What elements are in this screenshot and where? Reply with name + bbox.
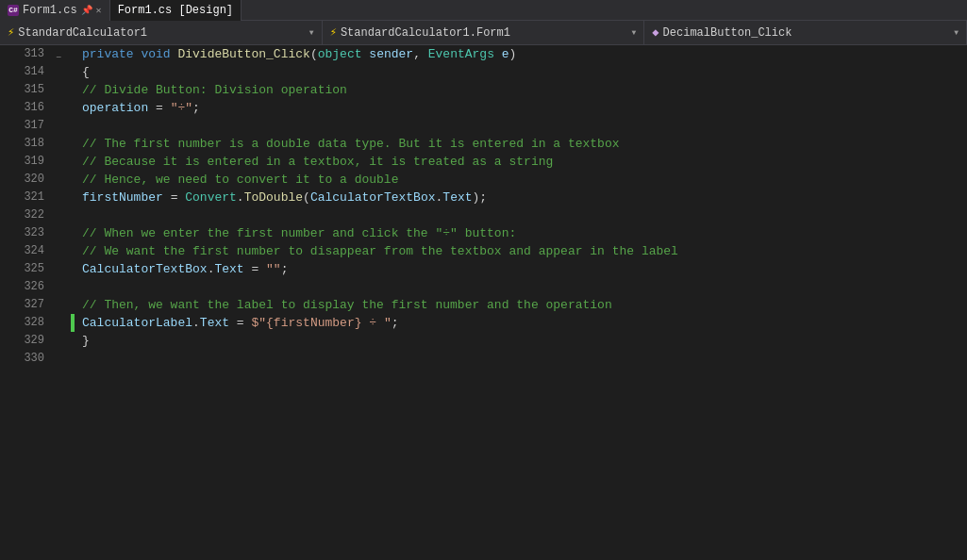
cs-icon: C#	[8, 5, 19, 16]
bookmark-row	[71, 153, 75, 171]
title-bar: C# Form1.cs 📌 ✕ Form1.cs [Design]	[0, 0, 967, 21]
line-number: 316	[0, 99, 44, 117]
member-dropdown-text: StandardCalculator1.Form1	[341, 26, 510, 40]
bookmark-row	[71, 81, 75, 99]
token-plain: (	[303, 190, 310, 205]
line-numbers: 3133143153163173183193203213223233243253…	[0, 45, 52, 560]
token-comment: // Because it is entered in a textbox, i…	[82, 155, 553, 169]
bookmark-row	[71, 242, 75, 260]
gutter-row	[52, 81, 71, 99]
gutter-row	[52, 332, 71, 350]
gutter-row	[52, 99, 71, 117]
token-plain: ;	[281, 262, 289, 276]
line-number: 319	[0, 153, 44, 171]
token-identifier: operation	[82, 101, 148, 115]
code-line: // Divide Button: Division operation	[82, 81, 967, 99]
class-dropdown[interactable]: ⚡ StandardCalculator1 ▼	[0, 21, 323, 45]
token-kw: private	[82, 47, 134, 61]
line-number: 314	[0, 63, 44, 81]
event-dropdown[interactable]: ◆ DecimalButton_Click ▼	[644, 21, 967, 45]
code-line	[82, 117, 967, 135]
token-identifier: CalculatorTextBox	[310, 190, 436, 205]
gutter-row	[52, 117, 71, 135]
line-number: 325	[0, 260, 44, 278]
code-line: // The first number is a double data typ…	[82, 135, 967, 153]
token-plain: .	[192, 316, 200, 330]
code-line: // Because it is entered in a textbox, i…	[82, 153, 967, 171]
code-line	[82, 278, 967, 296]
tab-label-form1-design: Form1.cs [Design]	[118, 4, 233, 17]
line-number: 328	[0, 314, 44, 332]
gutter-row	[52, 135, 71, 153]
token-method-call: ToDouble	[244, 190, 303, 205]
close-icon[interactable]: ✕	[96, 5, 102, 16]
gutter-row: −	[52, 45, 71, 63]
line-number: 321	[0, 189, 44, 206]
bookmark-row	[71, 332, 75, 350]
token-param-name: e	[502, 47, 509, 61]
token-string: ""	[266, 262, 281, 276]
line-number: 329	[0, 332, 44, 350]
line-number: 327	[0, 296, 44, 314]
bookmark-row	[71, 45, 75, 63]
bookmark-row	[71, 260, 75, 278]
tab-label-form1-cs: Form1.cs	[23, 4, 77, 17]
code-line: CalculatorLabel.Text = $"{firstNumber} ÷…	[82, 314, 967, 332]
gutter: −	[52, 45, 71, 560]
pin-icon[interactable]: 📌	[81, 5, 92, 16]
token-string: $"{firstNumber} ÷ "	[251, 316, 391, 330]
token-param-name: sender	[369, 47, 413, 61]
token-type: EventArgs	[428, 47, 494, 61]
code-line: CalculatorTextBox.Text = "";	[82, 260, 967, 278]
line-number: 318	[0, 135, 44, 153]
event-dropdown-text: DecimalButton_Click	[663, 26, 792, 40]
bookmark-row	[71, 224, 75, 242]
code-content[interactable]: private void DivideButton_Click(object s…	[75, 45, 967, 560]
code-line: // Then, we want the label to display th…	[82, 296, 967, 314]
gutter-row	[52, 314, 71, 332]
code-line	[82, 206, 967, 224]
code-line: operation = "÷";	[82, 99, 967, 117]
bookmark-row	[71, 135, 75, 153]
code-area: 3133143153163173183193203213223233243253…	[0, 45, 967, 560]
gutter-row	[52, 153, 71, 171]
token-member: Text	[442, 190, 472, 205]
code-line	[82, 350, 967, 368]
bookmark-row	[71, 171, 75, 189]
token-plain: )	[509, 47, 517, 61]
bookmark-row	[71, 206, 75, 224]
line-number: 326	[0, 278, 44, 296]
gutter-row	[52, 63, 71, 81]
gutter-row	[52, 189, 71, 206]
line-number: 315	[0, 81, 44, 99]
line-number: 317	[0, 117, 44, 135]
code-line: // When we enter the first number and cl…	[82, 224, 967, 242]
bookmark-bar	[71, 45, 75, 560]
code-line: private void DivideButton_Click(object s…	[82, 45, 967, 63]
code-line: // Hence, we need to convert it to a dou…	[82, 171, 967, 189]
token-method: DivideButton_Click	[177, 47, 309, 61]
member-dropdown[interactable]: ⚡ StandardCalculator1.Form1 ▼	[323, 21, 645, 45]
class-dropdown-arrow: ▼	[309, 28, 314, 37]
line-number: 313	[0, 45, 44, 63]
class-dropdown-text: StandardCalculator1	[18, 26, 147, 40]
bookmark-row	[71, 296, 75, 314]
tab-form1-cs[interactable]: C# Form1.cs 📌 ✕	[0, 0, 110, 21]
tab-form1-design[interactable]: Form1.cs [Design]	[110, 0, 242, 21]
gutter-row	[52, 224, 71, 242]
bookmark-row	[71, 189, 75, 206]
line-number: 320	[0, 171, 44, 189]
gutter-row	[52, 296, 71, 314]
bookmark-row	[71, 99, 75, 117]
token-plain: ;	[192, 101, 200, 115]
token-plain: =	[163, 190, 185, 205]
code-line: // We want the first number to disappear…	[82, 242, 967, 260]
token-identifier: firstNumber	[82, 190, 163, 205]
token-type: object	[318, 47, 362, 61]
token-comment: // Then, we want the label to display th…	[82, 298, 612, 312]
token-plain: ;	[392, 316, 399, 330]
line-number: 330	[0, 350, 44, 368]
token-plain: =	[229, 316, 251, 330]
line-number: 324	[0, 242, 44, 260]
gutter-row	[52, 260, 71, 278]
